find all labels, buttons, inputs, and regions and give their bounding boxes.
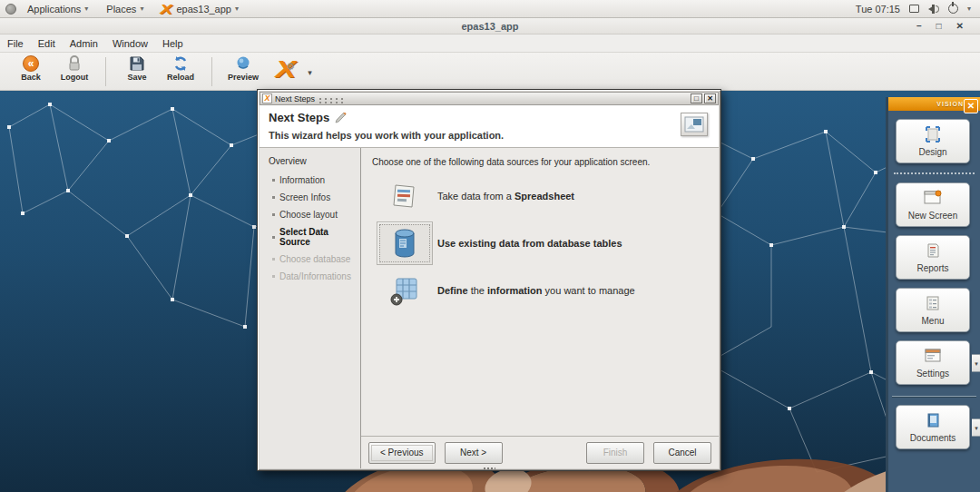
spreadsheet-icon <box>390 182 419 211</box>
menu-edit[interactable]: Edit <box>38 38 55 49</box>
vision-dotted-separator <box>894 172 975 174</box>
menu-admin[interactable]: Admin <box>70 38 98 49</box>
bullet-icon <box>272 236 275 239</box>
back-icon: « <box>23 55 39 72</box>
app-window-titlebar[interactable]: epas13_app – □ ✕ <box>0 18 980 34</box>
applications-menu[interactable]: Applications ▾ <box>20 0 95 18</box>
running-app-menu[interactable]: X epas13_app ▾ <box>154 0 246 18</box>
vision-close-button[interactable]: ✕ <box>964 99 978 113</box>
design-selection-icon <box>924 126 942 143</box>
option-spreadsheet[interactable]: Take data from a Spreadsheet <box>372 172 708 220</box>
previous-button[interactable]: < Previous <box>368 442 436 464</box>
option-icon-cell <box>372 221 437 265</box>
settings-button[interactable]: Settings <box>896 340 970 385</box>
save-button[interactable]: Save <box>115 55 159 82</box>
menu-file[interactable]: File <box>7 38 24 49</box>
display-settings-icon[interactable] <box>909 5 919 13</box>
wizard-header-title-row: Next Steps <box>269 111 710 124</box>
settings-button-wrap: Settings ▾ <box>896 340 973 385</box>
bullet-icon <box>272 258 275 261</box>
chevron-down-icon: ▾ <box>84 5 88 13</box>
option-icon-cell <box>372 182 437 211</box>
top-panel: Applications ▾ Places ▾ X epas13_app ▾ T… <box>0 0 980 18</box>
documents-dropdown-button[interactable]: ▾ <box>972 418 980 437</box>
clock[interactable]: Tue 07:15 <box>856 4 900 15</box>
settings-dropdown-button[interactable]: ▾ <box>972 354 980 372</box>
wizard-content: Choose one of the following data sources… <box>361 148 719 436</box>
bullet-icon <box>272 213 275 216</box>
option-define[interactable]: Define the information you want to manag… <box>372 267 708 314</box>
desktop: Applications ▾ Places ▾ X epas13_app ▾ T… <box>0 0 980 492</box>
define-table-plus-icon <box>389 275 420 306</box>
applications-menu-label: Applications <box>27 4 81 15</box>
minimize-button[interactable]: – <box>916 21 922 31</box>
wizard-subtitle: This wizard helps you work with your app… <box>269 130 710 141</box>
gear-icon: ⚙ <box>286 61 295 73</box>
dialog-resize-grip[interactable] <box>483 467 495 470</box>
menu-window[interactable]: Window <box>113 38 148 49</box>
vision-solid-separator <box>892 396 976 397</box>
next-button[interactable]: Next > <box>445 442 503 464</box>
window-controls: – □ ✕ <box>916 21 980 31</box>
floppy-save-icon <box>129 55 145 72</box>
dialog-x-logo-icon: X <box>262 93 272 103</box>
reports-button-wrap: Reports <box>896 235 973 280</box>
logout-button[interactable]: Logout <box>53 55 96 82</box>
preview-button[interactable]: Preview <box>221 55 265 82</box>
new-screen-button[interactable]: New Screen <box>896 182 970 227</box>
power-icon[interactable] <box>948 4 958 14</box>
selected-option-box[interactable] <box>377 221 433 265</box>
padlock-icon <box>66 55 83 72</box>
next-steps-dialog: X Next Steps □ ✕ Next Steps This wizard … <box>257 89 721 471</box>
documents-button-wrap: Documents ▾ <box>896 405 973 449</box>
cancel-button[interactable]: Cancel <box>653 442 711 464</box>
documents-notebook-icon <box>925 412 941 428</box>
maximize-button[interactable]: □ <box>936 21 942 31</box>
volume-icon[interactable] <box>928 5 939 14</box>
option-database[interactable]: Use existing data from database tables <box>372 220 708 267</box>
wizard-steps-panel: Overview Information Screen Infos Choose… <box>260 148 361 468</box>
new-screen-icon <box>923 190 943 206</box>
option-database-label: Use existing data from database tables <box>437 238 622 249</box>
dialog-titlebar[interactable]: X Next Steps □ ✕ <box>260 92 719 105</box>
back-button[interactable]: « Back <box>9 55 53 82</box>
places-menu[interactable]: Places ▾ <box>99 0 151 18</box>
documents-button[interactable]: Documents <box>896 405 970 449</box>
dialog-title-buttons: □ ✕ <box>691 93 716 103</box>
design-button[interactable]: Design <box>896 119 970 163</box>
reload-button[interactable]: Reload <box>159 55 202 82</box>
database-icon <box>391 228 418 259</box>
steps-header: Overview <box>269 156 360 166</box>
preview-globe-icon <box>235 55 251 72</box>
menu-button[interactable]: Menu <box>896 288 970 332</box>
finish-button: Finish <box>586 442 644 464</box>
step-select-data-source[interactable]: Select Data Source <box>272 227 360 247</box>
dialog-title: Next Steps <box>275 94 315 103</box>
panel-left: Applications ▾ Places ▾ X epas13_app ▾ <box>0 0 246 18</box>
app-toolbar: « Back Logout Save <box>0 53 980 91</box>
app-x-logo-icon: X <box>161 1 173 16</box>
dialog-close-button[interactable]: ✕ <box>704 93 716 103</box>
dialog-maximize-button[interactable]: □ <box>691 93 702 103</box>
vision-panel-title: VISION <box>936 101 964 107</box>
option-icon-cell <box>372 275 437 306</box>
reports-button[interactable]: Reports <box>896 235 970 280</box>
chevron-down-icon[interactable]: ▾ <box>967 5 971 13</box>
menu-help[interactable]: Help <box>162 38 183 49</box>
running-app-label: epas13_app <box>176 4 231 15</box>
wizard-body: Overview Information Screen Infos Choose… <box>260 148 719 468</box>
toolbar-separator <box>211 57 212 86</box>
step-screen-infos[interactable]: Screen Infos <box>272 192 360 202</box>
content-heading: Choose one of the following data sources… <box>372 157 708 167</box>
new-screen-button-wrap: New Screen <box>896 182 973 227</box>
close-button[interactable]: ✕ <box>956 21 964 31</box>
option-spreadsheet-label: Take data from a Spreadsheet <box>437 191 574 202</box>
step-choose-layout[interactable]: Choose layout <box>272 210 360 220</box>
bullet-icon <box>272 196 275 199</box>
chevron-down-icon: ▾ <box>235 5 239 13</box>
toolbar-dropdown-icon[interactable]: ▾ <box>308 68 312 77</box>
chevron-down-icon: ▾ <box>140 5 143 13</box>
step-information[interactable]: Information <box>272 175 360 185</box>
app-window-title: epas13_app <box>0 21 980 32</box>
step-data-informations: Data/Informations <box>272 271 360 281</box>
